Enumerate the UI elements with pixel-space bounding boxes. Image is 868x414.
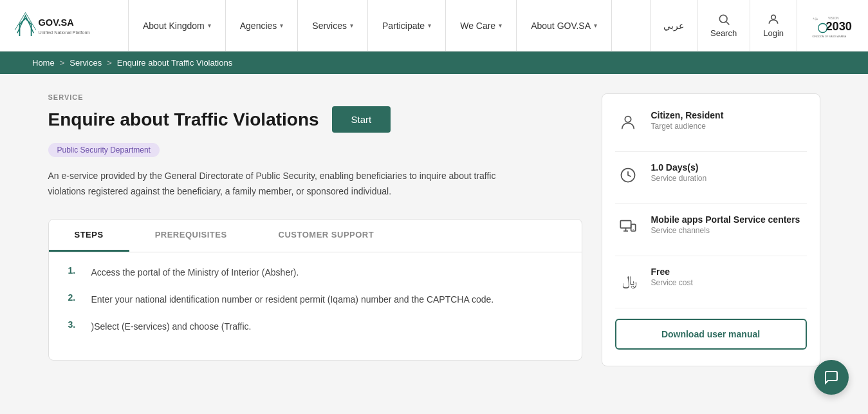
svg-point-12 bbox=[625, 117, 631, 122]
svg-text:Unified National Platform: Unified National Platform bbox=[39, 30, 90, 35]
chat-icon bbox=[824, 370, 839, 385]
svg-point-3 bbox=[719, 15, 727, 23]
channels-label: Mobile apps Portal Service centers bbox=[651, 214, 800, 225]
info-row-channels: Mobile apps Portal Service centers Servi… bbox=[615, 214, 807, 240]
breadcrumb-home[interactable]: Home bbox=[32, 58, 55, 68]
login-button[interactable]: Login bbox=[750, 0, 797, 51]
start-button[interactable]: Start bbox=[332, 106, 391, 133]
audience-sub: Target audience bbox=[651, 122, 724, 131]
svg-text:VISION: VISION bbox=[828, 16, 839, 19]
search-icon bbox=[717, 13, 730, 26]
divider bbox=[615, 203, 807, 204]
chevron-down-icon: ▾ bbox=[280, 22, 283, 29]
breadcrumb-current: Enquire about Traffic Violations bbox=[117, 58, 232, 68]
chevron-down-icon: ▾ bbox=[594, 22, 597, 29]
divider bbox=[615, 256, 807, 256]
breadcrumb: Home > Services > Enquire about Traffic … bbox=[0, 52, 868, 74]
top-nav: GOV.SA Unified National Platform About K… bbox=[0, 0, 868, 52]
download-user-manual-button[interactable]: Download user manual bbox=[615, 319, 807, 350]
nav-item-participate[interactable]: Participate ▾ bbox=[368, 0, 446, 51]
divider bbox=[615, 151, 807, 152]
step-number: 1. bbox=[68, 265, 81, 276]
svg-rect-14 bbox=[620, 221, 631, 229]
svg-text:﷼: ﷼ bbox=[622, 273, 636, 288]
duration-label: 1.0 Days(s) bbox=[651, 162, 707, 173]
breadcrumb-separator: > bbox=[107, 58, 112, 68]
chevron-down-icon: ▾ bbox=[499, 22, 502, 29]
chevron-down-icon: ▾ bbox=[208, 22, 211, 29]
chevron-down-icon: ▾ bbox=[428, 22, 431, 29]
svg-text:2030: 2030 bbox=[826, 20, 852, 33]
duration-sub: Service duration bbox=[651, 174, 707, 183]
info-row-duration: 1.0 Days(s) Service duration bbox=[615, 162, 807, 188]
content-left: SERVICE Enquire about Traffic Violations… bbox=[48, 93, 582, 361]
tab-content-steps: 1. Access the portal of the Ministry of … bbox=[49, 252, 582, 360]
info-panel: Citizen, Resident Target audience 1.0 Da… bbox=[602, 93, 820, 366]
step-item: 1. Access the portal of the Ministry of … bbox=[68, 265, 562, 279]
nav-items: About Kingdom ▾ Agencies ▾ Services ▾ Pa… bbox=[129, 0, 650, 51]
tabs-container: STEPS PREREQUISITES CUSTOMER SUPPORT 1. … bbox=[48, 219, 582, 361]
monitor-icon bbox=[615, 214, 641, 240]
nav-item-about-govsa[interactable]: About GOV.SA ▾ bbox=[517, 0, 612, 51]
nav-item-we-care[interactable]: We Care ▾ bbox=[446, 0, 517, 51]
search-button[interactable]: Search bbox=[697, 0, 750, 51]
department-tag: Public Security Department bbox=[48, 143, 160, 157]
svg-text:GOV.SA: GOV.SA bbox=[39, 17, 75, 28]
divider bbox=[615, 308, 807, 308]
logo-area[interactable]: GOV.SA Unified National Platform bbox=[0, 0, 129, 51]
arabic-lang-toggle[interactable]: عربي bbox=[650, 0, 697, 51]
svg-line-4 bbox=[726, 22, 729, 25]
nav-item-about-kingdom[interactable]: About Kingdom ▾ bbox=[129, 0, 226, 51]
svg-text:KINGDOM OF SAUDI ARABIA: KINGDOM OF SAUDI ARABIA bbox=[813, 35, 847, 37]
step-item: 2. Enter your national identification nu… bbox=[68, 292, 562, 306]
step-text: Access the portal of the Ministry of Int… bbox=[91, 265, 299, 279]
person-icon bbox=[615, 110, 641, 136]
user-icon bbox=[767, 13, 780, 26]
svg-rect-17 bbox=[631, 224, 635, 231]
cost-sub: Service cost bbox=[651, 278, 693, 287]
chevron-down-icon: ▾ bbox=[350, 22, 353, 29]
service-description: An e-service provided by the General Dir… bbox=[48, 169, 499, 200]
step-text: )Select (E-services) and choose (Traffic… bbox=[91, 319, 252, 334]
tab-prerequisites[interactable]: PREREQUISITES bbox=[129, 220, 253, 252]
tab-steps[interactable]: STEPS bbox=[49, 220, 129, 252]
nav-item-services[interactable]: Services ▾ bbox=[298, 0, 368, 51]
channels-sub: Service channels bbox=[651, 226, 800, 235]
info-row-audience: Citizen, Resident Target audience bbox=[615, 110, 807, 136]
service-title: Enquire about Traffic Violations bbox=[48, 109, 319, 130]
cost-label: Free bbox=[651, 267, 693, 277]
audience-label: Citizen, Resident bbox=[651, 110, 724, 120]
info-row-cost: ﷼ Free Service cost bbox=[615, 267, 807, 292]
tab-customer-support[interactable]: CUSTOMER SUPPORT bbox=[253, 220, 400, 252]
svg-point-5 bbox=[771, 15, 776, 19]
clock-icon bbox=[615, 162, 641, 188]
content-right: Citizen, Resident Target audience 1.0 Da… bbox=[602, 93, 820, 366]
nav-item-agencies[interactable]: Agencies ▾ bbox=[226, 0, 299, 51]
tabs-header: STEPS PREREQUISITES CUSTOMER SUPPORT bbox=[49, 220, 582, 252]
step-number: 3. bbox=[68, 319, 81, 330]
vision-logo: رؤية VISION 2030 KINGDOM OF SAUDI ARABIA bbox=[797, 0, 868, 51]
service-label: SERVICE bbox=[48, 93, 582, 101]
step-item: 3. )Select (E-services) and choose (Traf… bbox=[68, 319, 562, 334]
breadcrumb-services[interactable]: Services bbox=[69, 58, 102, 68]
step-number: 2. bbox=[68, 292, 81, 303]
step-text: Enter your national identification numbe… bbox=[91, 292, 494, 306]
service-title-row: Enquire about Traffic Violations Start bbox=[48, 106, 582, 133]
nav-right: عربي Search Login رؤية bbox=[650, 0, 868, 51]
currency-icon: ﷼ bbox=[615, 267, 641, 292]
main-container: SERVICE Enquire about Traffic Violations… bbox=[23, 93, 846, 366]
breadcrumb-separator: > bbox=[60, 58, 65, 68]
